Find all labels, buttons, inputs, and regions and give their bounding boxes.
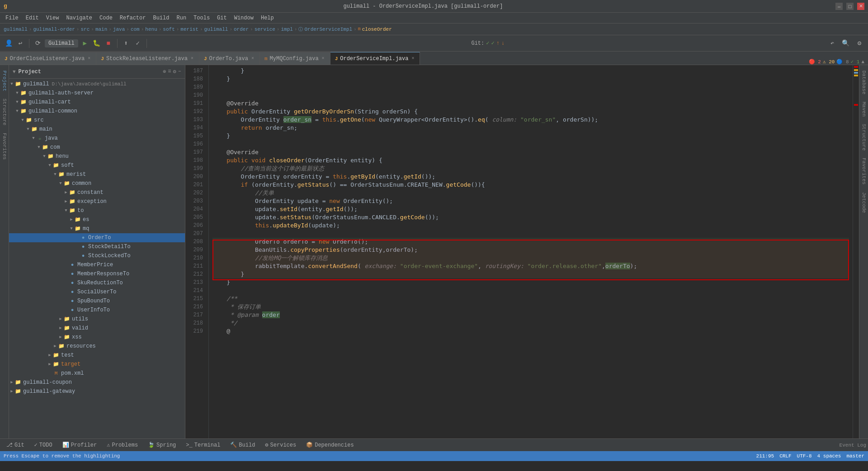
tree-item-19[interactable]: ● StockLockedTo — [9, 251, 185, 260]
tree-item-23[interactable]: ● SocialUserTo — [9, 287, 185, 297]
tab-spring[interactable]: 🍃 Spring — [143, 441, 180, 449]
tree-item-5[interactable]: ▼ 📁 main — [9, 125, 185, 134]
window-controls[interactable]: – □ ✕ — [835, 3, 864, 10]
breadcrumb-method[interactable]: closeOrder — [362, 27, 392, 32]
tab-mymqconfig[interactable]: m MyMQConfig.java × — [260, 52, 330, 65]
maximize-button[interactable]: □ — [846, 3, 854, 10]
tree-item-21[interactable]: ● MemberResponseTo — [9, 269, 185, 278]
tree-item-29[interactable]: ▶ 📁 resources — [9, 342, 185, 351]
tree-item-4[interactable]: ▼ 📁 src — [9, 116, 185, 125]
tab-stockreleaselistener[interactable]: J StockReleaseListener.java × — [96, 52, 199, 65]
back-icon[interactable]: ↩ — [15, 38, 25, 48]
settings-icon[interactable]: ⚙ — [854, 38, 864, 48]
person-icon[interactable]: 👤 — [4, 38, 14, 48]
project-dropdown[interactable]: Gulimall — [45, 39, 78, 47]
tree-item-13[interactable]: ▶ 📁 exception — [9, 197, 185, 206]
project-dropdown-arrow[interactable]: ▼ — [13, 69, 16, 75]
debug-icon[interactable]: 🐛 — [92, 38, 102, 48]
menu-view[interactable]: View — [42, 14, 63, 22]
breadcrumb-gulimall[interactable]: gulimall — [4, 27, 28, 32]
tab-problems[interactable]: ⚠ Problems — [102, 441, 142, 449]
tree-item-1[interactable]: ▼ 📁 gulimall-auth-server — [9, 89, 185, 98]
tree-item-30[interactable]: ▶ 📁 test — [9, 351, 185, 360]
tab-build[interactable]: 🔨 Build — [226, 441, 259, 449]
tree-item-34[interactable]: ▶ 📁 gulimall-gateway — [9, 387, 185, 396]
stop-icon[interactable]: ■ — [104, 38, 113, 48]
menu-help[interactable]: Help — [257, 14, 278, 22]
favorites-toggle[interactable]: Favorites — [1, 131, 8, 161]
menu-refactor[interactable]: Refactor — [116, 14, 150, 22]
git-branch[interactable]: master — [846, 453, 864, 459]
commit-icon[interactable]: ✓ — [133, 38, 143, 48]
breadcrumb-gulimall2[interactable]: gulimall — [204, 27, 228, 32]
tree-item-26[interactable]: ▶ 📁 utils — [9, 315, 185, 324]
sync-icon[interactable]: ⟳ — [33, 38, 43, 48]
tree-item-15[interactable]: ▶ 📁 es — [9, 215, 185, 224]
tab-services[interactable]: ⚙ Services — [260, 441, 301, 449]
tree-item-31[interactable]: ▶ 📁 target — [9, 360, 185, 369]
breadcrumb-service[interactable]: service — [255, 27, 275, 32]
menu-file[interactable]: File — [2, 14, 22, 22]
menu-navigate[interactable]: Navigate — [62, 14, 96, 22]
tree-item-6[interactable]: ▼ ☕ java — [9, 134, 185, 143]
jetcode-panel-tab[interactable]: Jetcode — [860, 188, 868, 217]
tab-close-4[interactable]: × — [321, 56, 326, 61]
breadcrumb-merist[interactable]: merist — [180, 27, 198, 32]
search-icon[interactable]: 🔍 — [841, 38, 851, 48]
favorites-panel-tab[interactable]: Favorites — [860, 154, 868, 188]
tab-close-5[interactable]: × — [410, 56, 415, 61]
tab-close-3[interactable]: × — [250, 56, 255, 61]
tree-item-3[interactable]: ▼ 📁 gulimall-common — [9, 107, 185, 116]
tree-item-10[interactable]: ▼ 📁 merist — [9, 170, 185, 179]
scope-icon[interactable]: ⊕ — [163, 68, 166, 75]
tree-item-18[interactable]: ● StockDetailTo — [9, 242, 185, 251]
maven-panel-tab[interactable]: Maven — [860, 98, 868, 120]
line-ending[interactable]: CRLF — [779, 453, 791, 459]
tab-todo[interactable]: ✓ TODO — [30, 441, 57, 449]
tree-item-16[interactable]: ▼ 📁 mq — [9, 224, 185, 233]
run-icon[interactable]: ▶ — [80, 38, 90, 48]
breadcrumb-soft[interactable]: soft — [163, 27, 175, 32]
tree-item-20[interactable]: ● MemberPrice — [9, 260, 185, 269]
breadcrumb-main[interactable]: main — [95, 27, 107, 32]
breadcrumb-class[interactable]: OrderServiceImpl — [304, 27, 352, 32]
tree-item-33[interactable]: ▶ 📁 gulimall-coupon — [9, 378, 185, 387]
menu-edit[interactable]: Edit — [22, 14, 42, 22]
tree-item-9[interactable]: ▼ 📁 soft — [9, 161, 185, 170]
tree-item-2[interactable]: ▼ 📁 gulimall-cart — [9, 98, 185, 107]
hide-icon[interactable]: – — [178, 68, 181, 75]
project-panel-toggle[interactable]: Project — [1, 69, 8, 93]
event-log[interactable]: Event Log — [840, 443, 866, 448]
tab-terminal[interactable]: >_ Terminal — [181, 441, 225, 449]
tree-item-32[interactable]: M pom.xml — [9, 369, 185, 378]
charset[interactable]: UTF-8 — [797, 453, 812, 459]
tree-item-8[interactable]: ▼ 📁 henu — [9, 152, 185, 161]
tree-item-22[interactable]: ● SkuReductionTo — [9, 278, 185, 287]
gear-icon[interactable]: ⚙ — [173, 68, 176, 75]
tree-item-27[interactable]: ▶ 📁 valid — [9, 324, 185, 333]
breadcrumb-java[interactable]: java — [113, 27, 125, 32]
breadcrumb-impl[interactable]: impl — [281, 27, 292, 32]
menu-window[interactable]: Window — [231, 14, 257, 22]
menu-tools[interactable]: Tools — [190, 14, 213, 22]
indent-type[interactable]: 4 spaces — [817, 453, 841, 459]
tab-git[interactable]: ⎇ Git — [2, 441, 29, 449]
menu-git[interactable]: Git — [213, 14, 231, 22]
collapse-icon[interactable]: ≡ — [168, 68, 171, 75]
breadcrumb-com[interactable]: com — [131, 27, 140, 32]
tree-item-7[interactable]: ▼ 📁 com — [9, 143, 185, 152]
tree-item-17[interactable]: ● OrderTo — [9, 233, 185, 242]
minimize-button[interactable]: – — [835, 3, 843, 10]
tab-profiler[interactable]: 📊 Profiler — [58, 441, 102, 449]
tab-dependencies[interactable]: 📦 Dependencies — [302, 441, 358, 449]
tab-close-1[interactable]: × — [87, 56, 91, 61]
tree-item-14[interactable]: ▼ 📁 to — [9, 206, 185, 215]
tree-item-25[interactable]: ● UserInfoTo — [9, 306, 185, 315]
structure-panel-tab[interactable]: Structure — [860, 120, 868, 154]
undo-icon[interactable]: ↶ — [827, 38, 837, 48]
tab-ordercloselistener[interactable]: J OrderCloseListener.java × — [0, 52, 96, 65]
menu-code[interactable]: Code — [96, 14, 116, 22]
menu-build[interactable]: Build — [149, 14, 173, 22]
tab-orderto[interactable]: J OrderTo.java × — [199, 52, 260, 65]
tree-item-12[interactable]: ▶ 📁 constant — [9, 188, 185, 197]
